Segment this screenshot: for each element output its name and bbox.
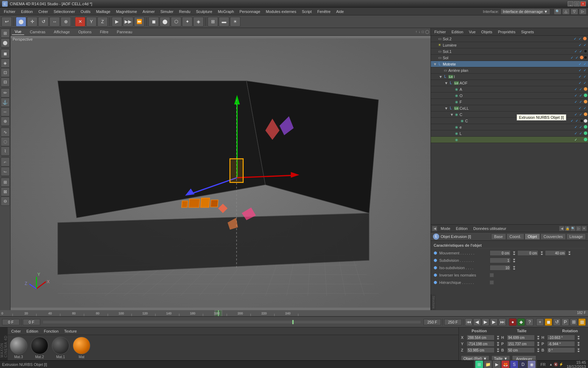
mouvement-y-spinner[interactable]: ▲▼ (540, 251, 544, 255)
spin-up[interactable]: ▲ (537, 335, 540, 338)
left-btn-13[interactable]: ⌇ (1, 146, 10, 156)
vis-lumiere[interactable]: ✓ (578, 43, 582, 48)
vis-f[interactable]: ✓ (573, 100, 578, 104)
move-btn[interactable]: ✛ (27, 17, 37, 27)
obj-row-arriere[interactable]: ▭ Arrière plan ✓ ✓ (431, 67, 588, 74)
vis-c2[interactable]: ✓ (569, 118, 574, 123)
spin-up[interactable]: ▲ (540, 251, 544, 253)
prop-expand[interactable]: ▷ (576, 226, 581, 231)
spin-up[interactable]: ▲ (512, 265, 516, 268)
om-fichier[interactable]: Fichier (432, 29, 448, 35)
cylinder-btn[interactable]: ⬡ (171, 17, 181, 27)
rot-p-spinner[interactable]: ▲▼ (577, 341, 580, 346)
vis-sol1[interactable]: ✓ (573, 49, 578, 54)
undo-btn[interactable]: ↩ (1, 17, 12, 27)
maximize-button[interactable]: □ (574, 1, 580, 6)
mat-menu-fonction[interactable]: Fonction (42, 328, 60, 334)
vp-tab-panneau[interactable]: Panneau (114, 29, 135, 35)
prop-radio-isosubdiv[interactable] (434, 266, 437, 270)
rend-sol1[interactable]: ✓ (578, 49, 583, 54)
vis-sol2[interactable]: ✓ (573, 36, 578, 41)
expand-f[interactable] (450, 100, 454, 104)
expand-arriere[interactable] (439, 68, 443, 73)
spin-dn[interactable]: ▼ (512, 260, 516, 263)
left-btn-14[interactable]: ⌐ (1, 157, 10, 166)
group-btn[interactable]: ⊞ (208, 17, 218, 27)
spin-dn[interactable]: ▼ (512, 268, 516, 270)
viewport[interactable]: Vue Caméras Affichage Options Filtre Pan… (10, 28, 430, 310)
key-auto-btn[interactable]: ↺ (553, 318, 561, 326)
vis-motrete[interactable]: ✓ (578, 62, 582, 67)
rend-sol2[interactable]: ✓ (578, 36, 582, 41)
obj-row-lumiere[interactable]: ☀ Lumière ✓ ✓ (431, 42, 588, 48)
mat-menu-texture[interactable]: Texture (63, 328, 78, 334)
vp-btn-up[interactable]: ↑ (415, 30, 417, 34)
spin-up[interactable]: ▲ (537, 348, 540, 350)
vp-btn-circle[interactable]: ◯ (425, 30, 429, 34)
pos-y-spinner[interactable]: ▲▼ (496, 341, 500, 346)
left-btn-16[interactable]: ⊞ (1, 178, 10, 187)
menu-mograph[interactable]: MoGraph (215, 9, 236, 14)
prop-radio-hierarchique[interactable] (434, 281, 437, 284)
menu-personnage[interactable]: Personnage (237, 9, 262, 14)
record-btn[interactable]: ● (509, 318, 517, 326)
vp-tab-options[interactable]: Options (75, 29, 94, 35)
prop-isosubdiv-val[interactable] (490, 265, 511, 271)
om-proprietes[interactable]: Propriétés (496, 29, 518, 35)
menu-fenetre[interactable]: Fenêtre (315, 9, 333, 14)
floor-btn[interactable]: ▬ (219, 17, 229, 27)
spin-dn[interactable]: ▼ (496, 338, 500, 340)
transport-prev[interactable]: ◀ (473, 318, 481, 326)
isosubdiv-spinner[interactable]: ▲▼ (512, 265, 516, 270)
rend-sol[interactable]: ✓ (574, 55, 579, 60)
size-h-input[interactable] (507, 335, 535, 340)
vp-btn-down[interactable]: ↓ (419, 30, 420, 34)
expand-c1[interactable]: ▼ (450, 113, 454, 117)
menu-creer[interactable]: Créer (36, 9, 51, 14)
frame-display-input[interactable]: 250 F (444, 319, 462, 325)
vis-e[interactable]: ✓ (573, 125, 578, 130)
left-btn-8[interactable]: ⚓ (1, 98, 10, 107)
interface-selector[interactable]: Interface de démarrage ▼ (500, 8, 550, 15)
rend-a[interactable]: ✓ (578, 87, 583, 92)
menu-simuler[interactable]: Simuler (158, 9, 176, 14)
left-btn-1[interactable]: ⊞ (1, 29, 10, 38)
spin-dn[interactable]: ▼ (496, 350, 500, 353)
left-btn-9[interactable]: ↔ (1, 107, 10, 116)
menu-magnetisme[interactable]: Magnétisme (113, 9, 139, 14)
size-b-spinner[interactable]: ▲▼ (537, 348, 540, 353)
vis-last[interactable]: ✓ (573, 137, 578, 142)
prop-tab-liss[interactable]: Lissage (566, 233, 586, 240)
spin-up[interactable]: ▲ (537, 341, 540, 344)
expand-o[interactable] (450, 94, 454, 98)
prop-lock[interactable]: 🔒 (565, 226, 570, 231)
vis-sol[interactable]: ✓ (569, 55, 574, 60)
left-btn-5[interactable]: ⊡ (1, 68, 10, 77)
vp-btn-square[interactable]: □ (422, 30, 424, 34)
del-btn[interactable]: ✕ (75, 17, 85, 27)
taskbar-skype[interactable]: S (510, 361, 518, 368)
frame-current-input[interactable]: 0 F (23, 319, 40, 325)
scale-btn[interactable]: ↔ (49, 17, 60, 27)
vp-tab-filtre[interactable]: Filtre (97, 29, 111, 35)
prop-radio-subdiv[interactable] (434, 259, 437, 262)
spin-dn[interactable]: ▼ (577, 338, 580, 340)
vp-tab-cameras[interactable]: Caméras (27, 29, 48, 35)
obj-row-o[interactable]: ◉ O ✓ ✓ (431, 93, 588, 99)
subdiv-spinner[interactable]: ▲▼ (512, 258, 516, 263)
tool-z[interactable]: Z (97, 17, 108, 27)
key-grid-btn[interactable]: ⊞ (570, 318, 578, 326)
rend-aof[interactable]: ✓ (582, 81, 587, 86)
spin-dn[interactable]: ▼ (496, 344, 500, 346)
spin-up[interactable]: ▲ (577, 335, 580, 338)
menu-outils[interactable]: Outils (78, 9, 93, 14)
prop-mode[interactable]: Mode (439, 226, 453, 231)
menu-selectionner[interactable]: Sélectionner (51, 9, 77, 14)
taskbar-folder[interactable]: 📁 (484, 361, 492, 368)
nav-down-btn[interactable]: ▽ (570, 8, 578, 15)
mat-menu-creer[interactable]: Créer (10, 328, 22, 334)
transport-end[interactable]: ⏭ (498, 318, 506, 326)
size-b-input[interactable] (507, 347, 535, 353)
rot-h-input[interactable] (547, 335, 575, 340)
left-btn-6[interactable]: ⊟ (1, 77, 10, 87)
